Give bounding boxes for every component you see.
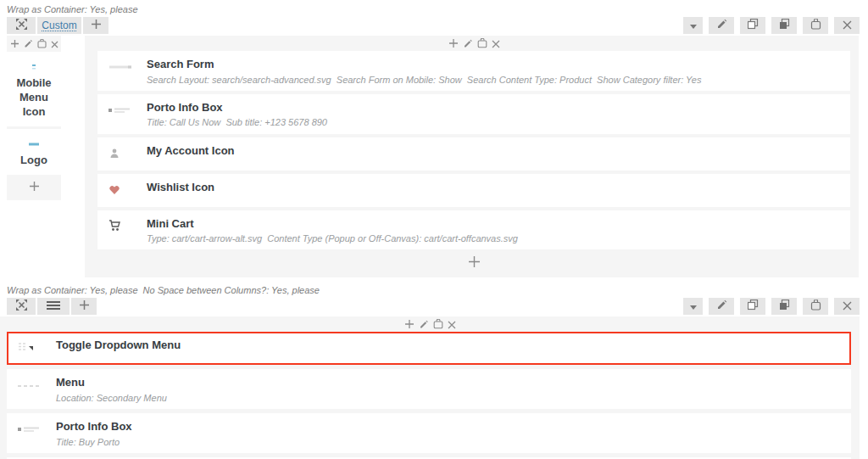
row-toolbar: [683, 298, 860, 315]
paste-icon: [810, 299, 821, 314]
edit-column-icon[interactable]: [419, 317, 429, 333]
element-title: Toggle Dropdown Menu: [56, 339, 181, 352]
paste-row-button[interactable]: [803, 17, 828, 34]
column-header-main: Search Form Search Layout: search/search…: [85, 36, 859, 277]
mini-cart-preview-icon: [108, 220, 135, 235]
paste-column-icon[interactable]: [37, 36, 47, 52]
element-row-porto-info-box[interactable]: Porto Info Box Title: Buy Porto: [7, 413, 851, 453]
paste-icon: [810, 18, 821, 33]
duplicate-row-button[interactable]: [771, 17, 797, 34]
element-settings-summary: Location: Secondary Menu: [56, 393, 167, 404]
dropdown-caret-icon: [690, 299, 697, 314]
wishlist-heart-preview-icon: [108, 183, 135, 199]
copy-row-button[interactable]: [740, 17, 765, 34]
element-label: Logo: [8, 154, 59, 168]
add-icon: [79, 299, 90, 314]
drag-row-handle[interactable]: [7, 298, 36, 315]
tab-layout-default[interactable]: [37, 298, 70, 315]
account-preview-icon: [108, 147, 135, 162]
paste-column-icon[interactable]: [477, 36, 487, 52]
add-element-button[interactable]: [97, 253, 850, 273]
element-row-porto-info-box[interactable]: Porto Info Box Title: Call Us Now Sub ti…: [97, 94, 850, 134]
delete-column-icon[interactable]: [492, 36, 500, 52]
edit-row-button[interactable]: [709, 298, 734, 315]
element-title: Porto Info Box: [147, 101, 327, 115]
element-title: Mini Cart: [147, 217, 518, 231]
edit-column-icon[interactable]: [24, 36, 33, 52]
duplicate-icon: [779, 299, 790, 314]
delete-row-button[interactable]: [834, 17, 860, 34]
column-controls: [0, 316, 860, 332]
element-row-search-form[interactable]: Search Form Search Layout: search/search…: [97, 51, 850, 91]
add-element-icon[interactable]: [448, 36, 459, 52]
drag-row-handle[interactable]: [7, 17, 36, 34]
element-row-toggle-dropdown-menu[interactable]: Toggle Dropdown Menu: [7, 332, 851, 365]
search-form-preview-icon: [108, 60, 135, 76]
element-row-mini-cart[interactable]: Mini Cart Type: cart/cart-arrow-alt.svg …: [97, 210, 850, 250]
info-box-preview-icon: [108, 104, 135, 119]
tab-custom[interactable]: Custom: [37, 17, 81, 34]
edit-column-icon[interactable]: [463, 36, 473, 52]
row-tabbar: [7, 298, 860, 315]
menu-preview-icon: [17, 378, 44, 394]
edit-row-button[interactable]: [709, 17, 734, 34]
element-title: Porto Info Box: [56, 420, 132, 434]
toggle-dropdown-preview-icon: [17, 341, 44, 356]
logo-preview-icon: [8, 135, 59, 154]
duplicate-icon: [779, 18, 790, 33]
duplicate-row-button[interactable]: [771, 298, 797, 315]
paste-column-icon[interactable]: [433, 317, 443, 333]
info-box-preview-icon: [17, 423, 44, 438]
hamburger-icon: [46, 299, 61, 314]
element-title: My Account Icon: [147, 144, 235, 158]
add-icon: [91, 18, 102, 33]
header-row-top: Wrap as Container: Yes, please Custom: [0, 4, 868, 277]
paste-row-button[interactable]: [803, 298, 828, 315]
add-element-button[interactable]: [7, 177, 61, 197]
column-controls: [7, 36, 61, 51]
delete-column-icon[interactable]: [448, 317, 456, 333]
dropdown-caret-icon: [690, 18, 697, 33]
copy-row-button[interactable]: [740, 298, 765, 315]
column-header-bottom: Toggle Dropdown Menu Menu Location: Seco…: [0, 316, 860, 459]
element-row-my-account-icon[interactable]: My Account Icon: [97, 137, 850, 171]
element-settings-summary: Title: Buy Porto: [56, 437, 132, 448]
element-title: Search Form: [147, 58, 701, 71]
element-settings-summary: Type: cart/cart-arrow-alt.svg Content Ty…: [147, 233, 518, 244]
add-icon: [29, 180, 40, 194]
element-logo[interactable]: Logo: [7, 129, 61, 175]
row-options-dropdown-button[interactable]: [683, 298, 703, 315]
element-settings-summary: Search Layout: search/search-advanced.sv…: [147, 75, 701, 86]
add-element-icon[interactable]: [10, 36, 19, 52]
row-toolbar: [683, 17, 860, 34]
column-controls: [97, 36, 850, 51]
copy-icon: [748, 299, 759, 314]
add-tab-button[interactable]: [83, 17, 108, 34]
move-icon: [15, 299, 28, 315]
element-title: Menu: [56, 376, 167, 389]
element-row-menu[interactable]: Menu Location: Secondary Menu: [7, 369, 851, 409]
add-icon: [468, 256, 481, 271]
row-options-dropdown-button[interactable]: [683, 17, 703, 34]
element-title: Wishlist Icon: [147, 181, 214, 194]
row-tabbar: Custom: [7, 17, 860, 34]
element-mobile-menu-icon[interactable]: Mobile Menu Icon: [7, 52, 61, 126]
copy-icon: [748, 18, 759, 33]
add-tab-button[interactable]: [71, 298, 97, 315]
header-row-bottom: Wrap as Container: Yes, please No Space …: [0, 285, 868, 459]
delete-column-icon[interactable]: [51, 36, 58, 52]
add-element-icon[interactable]: [404, 317, 415, 333]
mobile-menu-preview-icon: [8, 58, 59, 76]
column-mobile: Mobile Menu Icon Logo: [7, 36, 61, 200]
element-label: Mobile Menu Icon: [8, 76, 59, 120]
delete-icon: [843, 18, 852, 33]
edit-icon: [716, 299, 727, 314]
element-settings-summary: Title: Call Us Now Sub title: +123 5678 …: [147, 117, 327, 128]
delete-row-button[interactable]: [834, 298, 860, 315]
move-icon: [15, 18, 28, 34]
element-row-wishlist-icon[interactable]: Wishlist Icon: [97, 174, 850, 207]
row-meta: Wrap as Container: Yes, please No Space …: [7, 285, 868, 295]
delete-icon: [843, 299, 852, 314]
edit-icon: [716, 18, 727, 33]
row-meta: Wrap as Container: Yes, please: [7, 4, 868, 14]
